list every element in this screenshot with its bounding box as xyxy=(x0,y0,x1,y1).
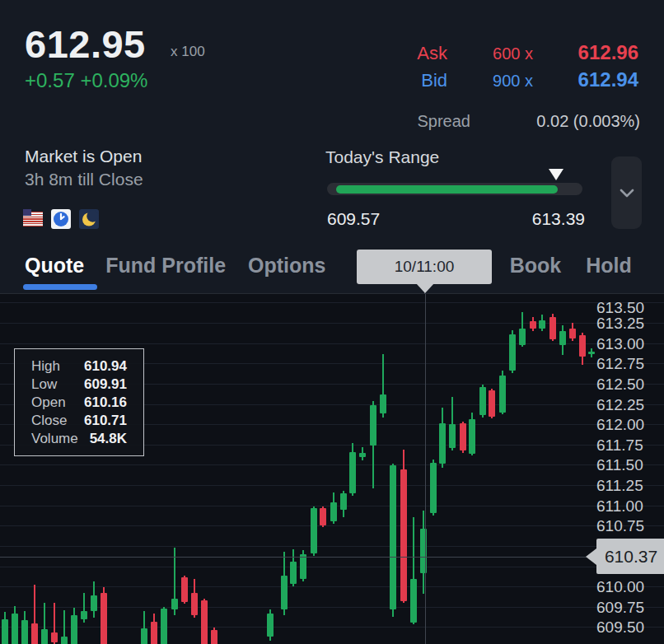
time-tooltip-arrow xyxy=(416,283,434,293)
candle-body xyxy=(439,423,446,464)
crosshair-time-tooltip: 10/11:00 xyxy=(357,250,492,284)
clock-icon xyxy=(51,209,71,229)
candle-body xyxy=(281,576,288,609)
candle-body xyxy=(51,632,58,642)
ask-price[interactable]: 612.96 xyxy=(533,41,638,64)
time-till-close: 3h 8m till Close xyxy=(25,170,143,189)
y-axis-tick-label: 609.75 xyxy=(596,599,662,617)
tab-book[interactable]: Book xyxy=(510,254,562,278)
tab-quote[interactable]: Quote xyxy=(25,254,84,278)
ohlc-label: Close xyxy=(31,413,67,429)
trading-app-window: 612.95 x 100 +0.57 +0.09% Ask 600 x 612.… xyxy=(0,0,664,644)
spread-label: Spread xyxy=(418,112,471,131)
grid-line xyxy=(0,607,664,608)
candle-body xyxy=(12,614,18,644)
bid-price[interactable]: 612.94 xyxy=(533,68,638,91)
grid-line xyxy=(0,586,664,587)
tab-options[interactable]: Options xyxy=(248,254,325,278)
candle-body xyxy=(267,614,274,637)
candle-body xyxy=(151,622,157,644)
candle-body xyxy=(71,615,77,644)
chevron-down-icon xyxy=(620,189,634,198)
range-current-marker xyxy=(549,169,563,180)
candle-body xyxy=(181,577,188,602)
grid-line xyxy=(0,525,664,526)
candle-body xyxy=(320,508,326,526)
candle-body xyxy=(449,424,456,448)
ohlc-value: 610.71 xyxy=(84,413,127,429)
ohlc-row-volume: Volume54.8K xyxy=(31,430,127,448)
candle-body xyxy=(290,562,297,585)
y-axis-tick-label: 613.00 xyxy=(596,335,662,353)
tab-bar: QuoteFund ProfileOptionsnsBookHold xyxy=(0,247,664,293)
us-flag-icon xyxy=(23,209,43,229)
bid-size: 900 x xyxy=(447,72,533,91)
ohlc-row-low: Low609.91 xyxy=(31,376,127,394)
range-low-value: 609.57 xyxy=(327,209,380,229)
candle-body xyxy=(460,423,466,450)
ohlc-value: 54.8K xyxy=(90,431,127,447)
candle-body xyxy=(81,611,87,619)
y-axis-tick-label: 610.00 xyxy=(596,578,662,596)
candle-body xyxy=(21,620,28,644)
candle-body xyxy=(41,629,48,644)
crosshair-vertical-line xyxy=(425,294,426,644)
candle-body xyxy=(380,394,386,414)
lot-size: x 100 xyxy=(171,44,205,60)
tab-hold[interactable]: Hold xyxy=(586,254,632,278)
y-axis-tick-label: 611.75 xyxy=(596,436,662,455)
candle-body xyxy=(489,390,495,418)
collapse-header-button[interactable] xyxy=(611,156,642,229)
candle-body xyxy=(370,405,376,445)
candle-body xyxy=(2,619,8,644)
ohlc-label: Open xyxy=(31,394,66,411)
crosshair-horizontal-line xyxy=(0,557,587,558)
market-status: Market is Open xyxy=(25,147,142,166)
spread-value: 0.02 (0.003%) xyxy=(470,112,640,131)
candle-body xyxy=(469,419,475,453)
grid-line xyxy=(0,546,664,547)
candle-body xyxy=(549,317,556,339)
candlestick-chart[interactable]: High610.94Low609.91Open610.16Close610.71… xyxy=(0,293,664,644)
price-change: +0.57 +0.09% xyxy=(25,69,147,92)
ohlc-value: 610.16 xyxy=(84,394,127,411)
candle-body xyxy=(479,387,486,415)
candle-body xyxy=(390,465,396,609)
candle-body xyxy=(430,463,437,513)
ohlc-row-close: Close610.71 xyxy=(31,412,127,430)
y-axis-tick-label: 609.50 xyxy=(596,618,662,637)
ohlc-label: High xyxy=(31,358,60,375)
bid-row: Bid 900 x 612.94 xyxy=(413,68,638,91)
todays-range-label: Today's Range xyxy=(325,147,439,167)
candle-body xyxy=(509,334,516,371)
y-axis-tick-label: 610.75 xyxy=(596,517,662,535)
candle-body xyxy=(330,502,337,522)
spread-row: Spread 0.02 (0.003%) xyxy=(418,112,641,131)
candle-body xyxy=(410,579,417,623)
candle-body xyxy=(61,637,68,644)
y-axis-tick-label: 611.25 xyxy=(596,477,662,495)
crosshair-price-marker: 610.37 xyxy=(596,539,664,574)
ohlc-value: 609.91 xyxy=(84,376,127,393)
candle-body xyxy=(91,595,97,611)
candle-body xyxy=(559,331,566,345)
y-axis-tick-label: 613.25 xyxy=(596,315,662,333)
ohlc-value: 610.94 xyxy=(84,358,127,375)
ask-row: Ask 600 x 612.96 xyxy=(413,41,638,64)
last-price: 612.95 xyxy=(25,21,146,67)
ohlc-label: Low xyxy=(31,376,57,393)
grid-line xyxy=(0,302,664,303)
todays-range-fill xyxy=(336,185,558,194)
candle-body xyxy=(539,320,545,329)
y-axis-tick-label: 612.25 xyxy=(596,396,662,414)
grid-line xyxy=(0,464,664,465)
candle-body xyxy=(191,593,198,615)
candle-body xyxy=(201,600,208,644)
candle-body xyxy=(300,554,306,580)
candle-body xyxy=(400,469,407,601)
candle-body xyxy=(588,352,595,354)
candle-body xyxy=(340,493,347,510)
tab-fund-profile[interactable]: Fund Profile xyxy=(105,254,226,278)
y-axis-tick-label: 612.00 xyxy=(596,416,662,434)
grid-line xyxy=(0,567,664,567)
